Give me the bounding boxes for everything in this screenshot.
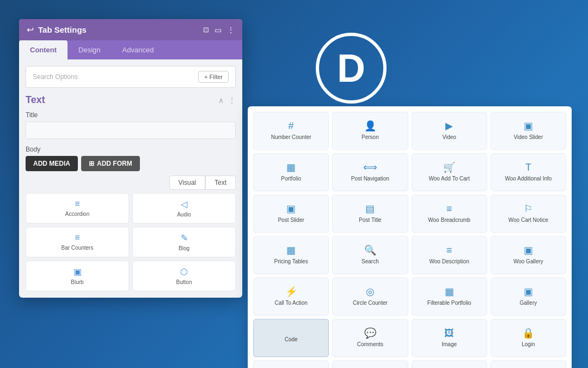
- accordion-icon: ≡: [75, 199, 79, 209]
- widget-item-video-slider[interactable]: ▣ Video Slider: [491, 112, 566, 150]
- widget-label: Woo Gallery: [513, 258, 543, 265]
- widget-icon: ▣: [524, 245, 533, 255]
- more-icon[interactable]: ⋮: [227, 26, 235, 34]
- widget-icon: ◎: [366, 287, 375, 297]
- panel-tabs: Content Design Advanced: [19, 40, 242, 59]
- tab-advanced[interactable]: Advanced: [112, 40, 165, 59]
- widget-label: Pricing Tables: [274, 258, 308, 265]
- widget-label: Post Navigation: [351, 175, 389, 182]
- widget-item-woo-description[interactable]: ≡ Woo Description: [412, 236, 487, 274]
- widget-item-woo-breadcrumb[interactable]: ≡ Woo Breadcrumb: [412, 195, 487, 233]
- mini-widget-accordion[interactable]: ≡ Accordion: [26, 193, 129, 224]
- section-icons: ∧ ⋮: [218, 96, 236, 105]
- options-icon[interactable]: ⋮: [228, 96, 236, 105]
- widget-item-image[interactable]: 🖼 Image: [412, 319, 487, 357]
- widget-label: Video: [442, 134, 456, 141]
- widget-label: Person: [362, 134, 379, 141]
- widget-icon: 🔍: [364, 245, 376, 255]
- tab-content[interactable]: Content: [19, 40, 68, 59]
- widget-item-code[interactable]: Code: [253, 319, 329, 357]
- widget-icon: ▦: [445, 287, 454, 297]
- widget-item-gallery[interactable]: ▣ Gallery: [491, 277, 566, 316]
- widget-item-number-counter[interactable]: # Number Counter: [253, 112, 329, 150]
- widget-item-call-to-action[interactable]: ⚡ Call To Action: [253, 277, 329, 316]
- add-form-button[interactable]: ⊞ ADD FORM: [81, 156, 140, 171]
- editor-buttons: ADD MEDIA ⊞ ADD FORM: [26, 156, 236, 171]
- widget-label: Image: [442, 341, 457, 348]
- widget-item-person[interactable]: 👤 Person: [332, 112, 408, 150]
- widget-icon: ⟺: [363, 162, 377, 172]
- tab-design[interactable]: Design: [68, 40, 111, 59]
- widget-label: Portfolio: [281, 175, 301, 182]
- widget-icon: ▦: [286, 162, 296, 172]
- widget-item-portfolio[interactable]: ▦ Portfolio: [253, 153, 329, 191]
- button-icon: ⬡: [180, 267, 188, 277]
- widget-item-post-title[interactable]: ▤ Post Title: [332, 195, 408, 233]
- widget-item-comments[interactable]: 💬 Comments: [332, 319, 408, 357]
- mini-widget-blurb[interactable]: ▣ Blurb: [26, 261, 129, 291]
- widget-label: Search: [362, 258, 379, 265]
- widget-item-login[interactable]: 🔒 Login: [491, 319, 566, 357]
- editor-tabs: Visual Text: [26, 176, 236, 190]
- widget-label: Woo Add To Cart: [429, 175, 470, 182]
- panel-title: Tab Settings: [38, 25, 87, 34]
- mini-widget-button[interactable]: ⬡ Button: [132, 261, 236, 291]
- mini-widget-bar-counters[interactable]: ≡ Bar Counters: [26, 227, 129, 257]
- layout-icon[interactable]: ▭: [215, 26, 222, 34]
- back-icon[interactable]: ↩: [27, 25, 34, 35]
- mini-widget-audio[interactable]: ◁ Audio: [132, 193, 236, 224]
- bar-counters-label: Bar Counters: [62, 245, 94, 251]
- widget-icon: ▣: [524, 121, 533, 131]
- widget-item-woo-add-to-cart[interactable]: 🛒 Woo Add To Cart: [412, 153, 487, 191]
- panel-header: ↩ Tab Settings ⊡ ▭ ⋮: [19, 19, 242, 40]
- widget-item-countdown-timer[interactable]: ⏱ Countdown Timer: [332, 360, 408, 368]
- widget-item-video[interactable]: ▶ Video: [412, 112, 487, 150]
- filter-button[interactable]: + Filter: [198, 71, 229, 83]
- resize-icon[interactable]: ⊡: [203, 26, 209, 34]
- widget-item-filterable-portfolio[interactable]: ▦ Filterable Portfolio: [412, 277, 487, 316]
- widget-icon: ▦: [286, 245, 296, 255]
- widget-item-pricing-tables[interactable]: ▦ Pricing Tables: [253, 236, 329, 274]
- visual-tab[interactable]: Visual: [169, 176, 205, 190]
- widget-icon: 🛒: [443, 162, 455, 172]
- title-input[interactable]: [26, 122, 236, 139]
- widget-item-circle-counter[interactable]: ◎ Circle Counter: [332, 277, 408, 316]
- accordion-label: Accordion: [65, 211, 89, 217]
- widget-label: Gallery: [520, 299, 537, 306]
- widget-item-woo-gallery[interactable]: ▣ Woo Gallery: [491, 236, 566, 274]
- widget-item-menu[interactable]: ≡ Menu: [491, 360, 566, 368]
- panel-body: Search Options + Filter Text ∧ ⋮ Title B…: [19, 59, 242, 298]
- widget-icon: ▣: [286, 204, 296, 214]
- title-label: Title: [26, 111, 236, 119]
- collapse-icon[interactable]: ∧: [218, 96, 224, 105]
- widget-icon: ▤: [365, 204, 375, 214]
- widget-icon: ▶: [445, 121, 453, 131]
- widget-item-search[interactable]: 🔍 Search: [332, 236, 408, 274]
- widget-label: Call To Action: [274, 299, 307, 306]
- section-title: Text: [26, 94, 45, 106]
- widget-icon: T: [525, 162, 531, 172]
- widget-label: Woo Cart Notice: [509, 216, 548, 224]
- widget-icon: 🖼: [444, 328, 454, 338]
- widget-item-contact-form[interactable]: ✉ Contact Form: [253, 360, 329, 368]
- widget-item-post-navigation[interactable]: ⟺ Post Navigation: [332, 153, 408, 191]
- widget-label: Filterable Portfolio: [427, 299, 471, 306]
- blog-label: Blog: [179, 245, 189, 251]
- panel-header-left: ↩ Tab Settings: [27, 25, 87, 35]
- text-tab[interactable]: Text: [205, 176, 236, 190]
- widget-label: Woo Description: [430, 258, 469, 265]
- widget-label: Post Title: [359, 216, 381, 224]
- button-label: Button: [176, 279, 192, 285]
- add-media-button[interactable]: ADD MEDIA: [26, 156, 78, 171]
- mini-widget-blog[interactable]: ✎ Blog: [132, 227, 236, 257]
- widget-item-woo-cart-notice[interactable]: ⚐ Woo Cart Notice: [491, 195, 566, 233]
- audio-label: Audio: [177, 212, 191, 218]
- widget-grid: # Number Counter 👤 Person ▶ Video ▣ Vide…: [253, 112, 566, 368]
- search-bar[interactable]: Search Options + Filter: [26, 66, 236, 88]
- section-header: Text ∧ ⋮: [26, 94, 236, 106]
- widget-item-post-slider[interactable]: ▣ Post Slider: [253, 195, 329, 233]
- divi-logo-letter: D: [337, 46, 365, 91]
- widget-icon: 🔒: [522, 328, 534, 338]
- widget-item-woo-additional-info[interactable]: T Woo Additional Info: [491, 153, 566, 191]
- widget-item-map[interactable]: 🗺 Map: [412, 360, 487, 368]
